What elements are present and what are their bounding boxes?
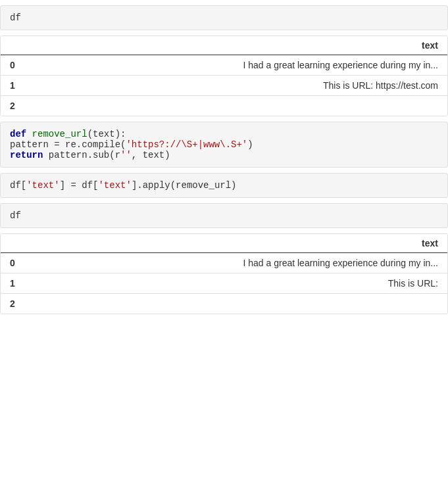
code-token: , text): [132, 150, 170, 160]
index-header: [1, 36, 24, 55]
table-row: 1 This is URL: https://test.com: [1, 76, 447, 96]
code-token: pattern = re.compile(: [10, 139, 126, 150]
code-token: 'text': [98, 180, 131, 191]
df-table-2: text 0 I had a great learning experience…: [1, 234, 447, 314]
row-index: 0: [1, 55, 24, 76]
row-index: 1: [1, 76, 24, 96]
table-row: 0 I had a great learning experience duri…: [1, 253, 447, 273]
code-cell-df-1: df: [0, 5, 448, 30]
row-value: I had a great learning experience during…: [24, 55, 447, 76]
code-text: df: [10, 210, 21, 221]
code-text: df: [10, 12, 21, 23]
code-token: ].apply(remove_url): [132, 180, 237, 191]
code-token: remove_url: [32, 129, 87, 139]
dataframe-table-1: text 0 I had a great learning experience…: [0, 35, 448, 116]
table-header-row-2: text: [1, 234, 447, 253]
row-value: I had a great learning experience during…: [24, 253, 447, 273]
table-row: 0 I had a great learning experience duri…: [1, 55, 447, 76]
table-row: 2: [1, 96, 447, 116]
code-token: 'text': [26, 180, 59, 191]
row-index: 1: [1, 273, 24, 294]
table-row: 2: [1, 294, 447, 314]
code-token: ] = df[: [60, 180, 99, 191]
dataframe-table-2: text 0 I had a great learning experience…: [0, 233, 448, 314]
code-token: df[: [10, 180, 26, 191]
code-token: return: [10, 150, 43, 160]
code-line: df['text'] = df['text'].apply(remove_url…: [10, 180, 438, 191]
text-column-header: text: [24, 36, 447, 55]
text-column-header-2: text: [24, 234, 447, 253]
code-token: pattern.sub(r: [43, 150, 120, 160]
row-index: 0: [1, 253, 24, 273]
table-row: 1 This is URL:: [1, 273, 447, 294]
code-token: '': [120, 150, 132, 160]
code-line: def remove_url(text):: [10, 129, 438, 139]
code-cell-apply: df['text'] = df['text'].apply(remove_url…: [0, 173, 448, 198]
table-header-row: text: [1, 36, 447, 55]
row-value: [24, 96, 447, 116]
row-value: [24, 294, 447, 314]
code-line: pattern = re.compile('https?://\S+|www\.…: [10, 139, 438, 150]
code-token: 'https?://\S+|www\.S+': [126, 139, 247, 150]
code-cell-def: def remove_url(text): pattern = re.compi…: [0, 122, 448, 168]
code-token: ): [247, 139, 253, 150]
index-header-2: [1, 234, 24, 253]
row-value: This is URL:: [24, 273, 447, 294]
row-value: This is URL: https://test.com: [24, 76, 447, 96]
code-token: (text):: [87, 129, 126, 139]
code-line: return pattern.sub(r'', text): [10, 150, 438, 160]
code-token: def: [10, 129, 32, 139]
row-index: 2: [1, 96, 24, 116]
code-cell-df-2: df: [0, 203, 448, 228]
row-index: 2: [1, 294, 24, 314]
df-table: text 0 I had a great learning experience…: [1, 36, 447, 116]
